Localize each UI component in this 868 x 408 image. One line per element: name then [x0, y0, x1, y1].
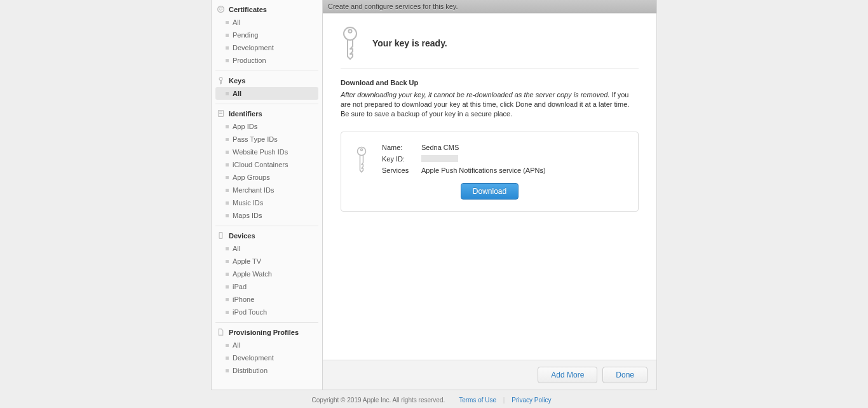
sidebar-item[interactable]: App Groups	[215, 171, 318, 184]
bullet-icon	[226, 92, 229, 95]
services-label: Services	[382, 167, 421, 174]
bullet-icon	[226, 125, 229, 128]
bullet-icon	[226, 163, 229, 167]
bullet-icon	[226, 138, 229, 141]
sidebar-item[interactable]: iPad	[215, 280, 318, 293]
page-footer: Copyright © 2019 Apple Inc. All rights r…	[211, 390, 657, 408]
sidebar-item[interactable]: Development	[215, 351, 318, 364]
svg-point-7	[349, 30, 352, 33]
download-button[interactable]: Download	[461, 183, 519, 200]
svg-rect-5	[219, 233, 222, 239]
sidebar-item[interactable]: All	[215, 87, 318, 100]
bullet-icon	[226, 21, 229, 24]
bullet-icon	[226, 34, 229, 37]
bullet-icon	[226, 59, 229, 62]
privacy-link[interactable]: Privacy Policy	[512, 397, 551, 404]
sidebar-item[interactable]: Merchant IDs	[215, 184, 318, 196]
sidebar-item[interactable]: iPod Touch	[215, 306, 318, 318]
bullet-icon	[226, 151, 229, 154]
sidebar-item[interactable]: iCloud Containers	[215, 158, 318, 171]
sidebar: CertificatesAllPendingDevelopmentProduct…	[212, 0, 323, 390]
bullet-icon	[226, 214, 229, 217]
download-section-title: Download and Back Up	[341, 79, 639, 86]
sidebar-item[interactable]: Development	[215, 41, 318, 54]
bullet-icon	[226, 247, 229, 250]
footer-buttons: Add More Done	[323, 360, 656, 390]
services-value: Apple Push Notifications service (APNs)	[421, 167, 546, 174]
sidebar-item[interactable]: Distribution	[215, 364, 318, 377]
sidebar-item[interactable]: Maps IDs	[215, 209, 318, 222]
key-details-box: Name: Sedna CMS Key ID: Services Apple P…	[341, 132, 639, 212]
sidebar-item[interactable]: Apple TV	[215, 255, 318, 268]
sidebar-item[interactable]: All	[215, 339, 318, 351]
key-id-label: Key ID:	[382, 155, 421, 163]
bullet-icon	[226, 189, 229, 192]
bullet-icon	[226, 311, 229, 314]
sidebar-section-header[interactable]: Identifiers	[215, 108, 318, 120]
sidebar-section-header[interactable]: Devices	[215, 230, 318, 242]
sidebar-item[interactable]: Production	[215, 54, 318, 67]
description-text: After downloading your key, it cannot be…	[341, 90, 639, 119]
sidebar-section-header[interactable]: Certificates	[215, 4, 318, 16]
copyright-text: Copyright © 2019 Apple Inc. All rights r…	[312, 397, 445, 404]
bullet-icon	[226, 357, 229, 360]
sidebar-section-header[interactable]: Provisioning Profiles	[215, 327, 318, 339]
key-icon	[356, 146, 367, 174]
terms-link[interactable]: Terms of Use	[459, 397, 496, 404]
sidebar-section-header[interactable]: Keys	[215, 75, 318, 87]
name-label: Name:	[382, 144, 421, 151]
key-id-value-redacted	[421, 155, 458, 162]
sidebar-item[interactable]: iPhone	[215, 293, 318, 306]
bullet-icon	[226, 201, 229, 205]
sidebar-item[interactable]: Music IDs	[215, 196, 318, 209]
key-icon	[341, 26, 360, 60]
svg-point-1	[219, 78, 222, 81]
sidebar-item[interactable]: Apple Watch	[215, 268, 318, 280]
main-panel: Create and configure services for this k…	[323, 0, 656, 390]
bullet-icon	[226, 46, 229, 50]
svg-point-9	[361, 149, 363, 151]
bullet-icon	[226, 344, 229, 347]
add-more-button[interactable]: Add More	[538, 367, 597, 383]
bullet-icon	[226, 298, 229, 301]
bullet-icon	[226, 260, 229, 263]
done-button[interactable]: Done	[602, 367, 648, 383]
bullet-icon	[226, 273, 229, 276]
sidebar-item[interactable]: Pending	[215, 29, 318, 41]
sidebar-item[interactable]: All	[215, 16, 318, 29]
name-value: Sedna CMS	[421, 144, 459, 151]
ready-title: Your key is ready.	[372, 38, 447, 48]
sidebar-item[interactable]: Website Push IDs	[215, 146, 318, 158]
sidebar-item[interactable]: App IDs	[215, 120, 318, 133]
sidebar-item[interactable]: All	[215, 242, 318, 255]
bullet-icon	[226, 369, 229, 372]
banner: Create and configure services for this k…	[323, 0, 656, 13]
bullet-icon	[226, 176, 229, 179]
bullet-icon	[226, 285, 229, 289]
sidebar-item[interactable]: Pass Type IDs	[215, 133, 318, 146]
